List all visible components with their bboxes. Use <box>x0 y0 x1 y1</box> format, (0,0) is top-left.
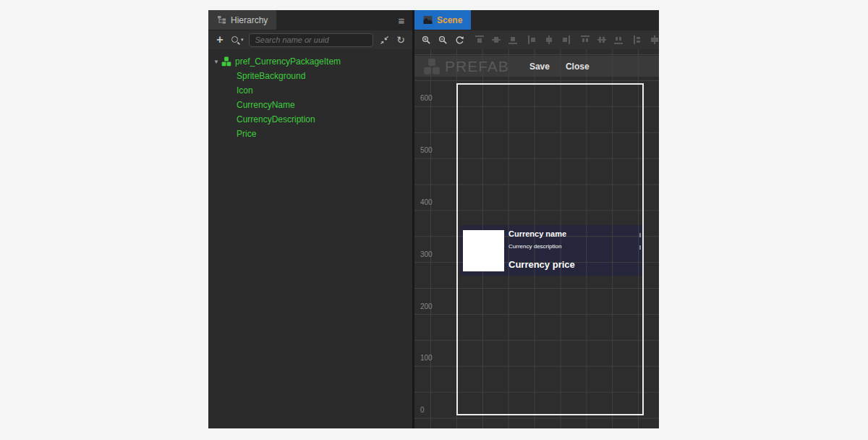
hierarchy-panel: Hierarchy ≡ + ▾ ↻ ▼ pr <box>208 10 412 428</box>
page: Hierarchy ≡ + ▾ ↻ ▼ pr <box>0 0 868 440</box>
align-left-icon[interactable] <box>527 35 537 46</box>
hierarchy-tree: ▼ pref_CurrencyPackageItem SpriteBackgro… <box>208 49 412 141</box>
tab-hierarchy[interactable]: Hierarchy <box>208 10 276 30</box>
align-right-icon[interactable] <box>560 35 571 46</box>
hierarchy-tab-label: Hierarchy <box>231 15 268 25</box>
search-filter-button[interactable]: ▾ <box>231 35 244 45</box>
save-button[interactable]: Save <box>527 60 553 73</box>
scene-tabbar: Scene <box>414 10 659 30</box>
distribute-middle-icon[interactable] <box>596 35 607 46</box>
hierarchy-tabbar: Hierarchy ≡ <box>208 10 412 30</box>
scene-tab-icon <box>423 15 433 25</box>
search-caret-icon: ▾ <box>241 37 244 43</box>
distribute-left-icon[interactable] <box>632 35 643 46</box>
distribute-top-icon[interactable] <box>579 35 590 46</box>
icon-sprite-preview <box>463 230 504 271</box>
tree-node-label: Price <box>237 129 256 139</box>
scene-panel: Scene PREFAB Save Close 6005004003002001… <box>414 10 659 428</box>
currency-description-text: Currency description <box>509 243 561 250</box>
tree-children: SpriteBackgroundIconCurrencyNameCurrency… <box>208 69 412 141</box>
ruler-label: 0 <box>420 406 425 414</box>
prefab-mode-icon <box>423 58 441 75</box>
gizmo-handle <box>639 233 641 237</box>
distribute-bottom-icon[interactable] <box>613 35 624 46</box>
align-bottom-icon[interactable] <box>507 35 518 46</box>
hierarchy-menu-icon[interactable]: ≡ <box>391 10 412 30</box>
expand-caret-icon[interactable]: ▼ <box>213 59 221 65</box>
refresh-icon[interactable]: ↻ <box>395 34 407 46</box>
align-center-icon[interactable] <box>543 35 554 46</box>
prefab-icon <box>221 56 231 67</box>
tree-node[interactable]: Price <box>208 127 412 141</box>
tree-node-label: CurrencyName <box>237 100 295 110</box>
add-node-button[interactable]: + <box>214 32 226 48</box>
close-button[interactable]: Close <box>563 60 592 73</box>
tab-scene[interactable]: Scene <box>414 10 471 30</box>
scene-canvas[interactable]: PREFAB Save Close 6005004003002001000 Cu… <box>414 49 659 428</box>
collapse-all-icon[interactable] <box>378 34 390 46</box>
tree-node-label: SpriteBackground <box>237 71 305 81</box>
ruler-label: 200 <box>420 302 433 310</box>
ruler-label: 100 <box>420 354 433 362</box>
currency-name-text: Currency name <box>509 229 566 238</box>
search-icon <box>231 35 240 45</box>
align-top-icon[interactable] <box>474 35 485 46</box>
prefab-header: PREFAB Save Close <box>414 56 659 77</box>
tree-node[interactable]: CurrencyDescription <box>208 112 412 127</box>
scene-toolbar <box>414 30 659 49</box>
editor-window: Hierarchy ≡ + ▾ ↻ ▼ pr <box>208 10 659 428</box>
tree-node-label: pref_CurrencyPackageItem <box>235 56 341 67</box>
search-input[interactable] <box>249 33 373 47</box>
hierarchy-toolbar: + ▾ ↻ <box>208 30 412 49</box>
tree-node-label: Icon <box>237 85 253 96</box>
ruler-label: 600 <box>420 94 433 102</box>
align-middle-icon[interactable] <box>490 35 501 46</box>
prefab-mode-title: PREFAB <box>445 58 509 75</box>
scene-tab-label: Scene <box>437 15 462 25</box>
hierarchy-tree-icon <box>217 15 226 25</box>
tree-node[interactable]: Icon <box>208 83 412 98</box>
tree-node-label: CurrencyDescription <box>237 114 315 124</box>
reset-view-icon[interactable] <box>454 35 465 46</box>
ruler-label: 300 <box>420 250 433 258</box>
currency-price-text: Currency price <box>509 259 575 270</box>
tree-node[interactable]: SpriteBackground <box>208 69 412 83</box>
distribute-center-icon[interactable] <box>649 35 659 46</box>
zoom-out-icon[interactable] <box>438 35 448 46</box>
tree-node[interactable]: CurrencyName <box>208 98 412 112</box>
ruler-label: 400 <box>420 198 433 206</box>
gizmo-handle <box>639 245 641 250</box>
ruler-label: 500 <box>420 146 433 154</box>
zoom-in-icon[interactable] <box>421 35 432 46</box>
tree-node-root[interactable]: ▼ pref_CurrencyPackageItem <box>208 54 412 69</box>
